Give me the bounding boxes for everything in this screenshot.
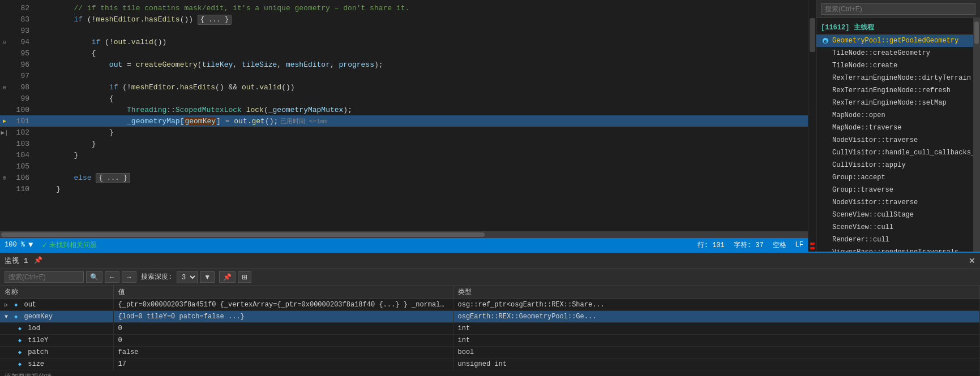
line-content-94: if (!out.valid())	[36, 38, 808, 46]
breakpoint-area-97[interactable]	[0, 71, 9, 80]
call-stack-frame-9[interactable]: CullVisitor::handle_cull_callbacks_and_t…	[816, 146, 973, 159]
expand-icon-out[interactable]: ▷	[5, 302, 8, 308]
frame-icon-7	[821, 123, 830, 132]
call-stack-frame-0[interactable]: G GeometryPool::getPooledGeometry	[816, 34, 973, 47]
watch-row-size[interactable]: ◆ size 17 unsigned int	[0, 358, 980, 370]
watch-row-lod[interactable]: ◆ lod 0 int	[0, 323, 980, 335]
breakpoint-area-102[interactable]: ▶|	[0, 128, 9, 137]
breakpoint-area-105[interactable]	[0, 162, 9, 171]
line-number-82: 82	[9, 4, 36, 12]
call-stack-frame-13[interactable]: NodeVisitor::traverse	[816, 196, 973, 209]
frame-icon-11	[821, 173, 830, 182]
watch-pin-btn[interactable]: 📌	[219, 271, 236, 283]
editor-scrollbar-thumb[interactable]	[810, 18, 815, 52]
breakpoint-area-104[interactable]	[0, 150, 9, 159]
breakpoint-area-100[interactable]	[0, 105, 9, 114]
line-number-100: 100	[9, 106, 36, 114]
horizontal-scrollbar[interactable]	[0, 231, 808, 238]
call-stack-frame-5[interactable]: RexTerrainEngineNode::setMap	[816, 97, 973, 109]
call-stack-frame-11[interactable]: Group::accept	[816, 171, 973, 184]
breakpoint-area-94[interactable]: ⊖	[0, 37, 9, 46]
breakpoint-area-95[interactable]	[0, 49, 9, 58]
watch-row-out[interactable]: ▷ ◆ out {_ptr=0x00000203f8a451f0 {_verte…	[0, 299, 980, 311]
code-line-99: 99 {	[0, 93, 808, 104]
watch-cell-name-size: ◆ size	[0, 358, 113, 370]
call-stack-frame-2[interactable]: TileNode::create	[816, 59, 973, 72]
watch-depth-dropdown-btn[interactable]: ▼	[200, 271, 215, 283]
editor-vertical-scrollbar[interactable]	[808, 0, 816, 252]
call-stack-frame-10[interactable]: CullVisitor::apply	[816, 159, 973, 171]
call-stack-frame-17[interactable]: ViewerBase::renderingTraversals	[816, 246, 973, 252]
breakpoint-area-83[interactable]	[0, 15, 9, 24]
watch-col-value: 值	[113, 286, 453, 299]
call-stack-frame-7[interactable]: MapNode::traverse	[816, 122, 973, 134]
add-watch-label[interactable]: 添加要监视的项	[0, 370, 980, 377]
watch-row-patch[interactable]: ◆ patch false bool	[0, 347, 980, 358]
call-stack-scrollbar-thumb[interactable]	[974, 21, 979, 44]
call-stack-frame-1[interactable]: TileNode::createGeometry	[816, 47, 973, 59]
line-number-103: 103	[9, 140, 36, 148]
watch-back-btn[interactable]: ←	[105, 271, 119, 283]
frame-icon-2	[821, 61, 830, 70]
call-stack-list: [11612] 主线程 G GeometryPool::getPooledGeo…	[816, 18, 973, 252]
breakpoint-area-98[interactable]: ⊖	[0, 83, 9, 92]
frame-icon-15	[821, 223, 830, 232]
line-number-83: 83	[9, 15, 36, 24]
expand-icon-geomkey[interactable]: ▼	[5, 314, 8, 320]
collapsed-106[interactable]: { ... }	[96, 173, 130, 183]
watch-value-size: 17	[113, 358, 453, 370]
frame-icon-6	[821, 111, 830, 120]
h-scrollbar-track[interactable]	[1, 232, 807, 237]
line-content-95: {	[36, 49, 808, 58]
frame-name-12: Group::traverse	[832, 186, 893, 194]
watch-row-geomkey[interactable]: ▼ ◆ geomKey {lod=0 tileY=0 patch=false .…	[0, 311, 980, 323]
watch-depth-select[interactable]: 3 1 2 4 5	[177, 271, 198, 283]
breakpoint-area-93[interactable]	[0, 26, 9, 35]
call-stack-frame-15[interactable]: SceneView::cull	[816, 221, 973, 234]
watch-grid-btn[interactable]: ⊞	[238, 271, 251, 283]
line-number-110: 110	[9, 185, 36, 193]
frame-icon-4	[821, 86, 830, 95]
watch-row-tiley[interactable]: ◆ tileY 0 int	[0, 335, 980, 347]
svg-text:G: G	[824, 39, 827, 44]
line-number-98: 98	[9, 83, 36, 92]
frame-name-15: SceneView::cull	[832, 223, 893, 231]
scroll-marker-1	[810, 243, 815, 245]
line-number-96: 96	[9, 60, 36, 69]
code-editor: 82 // if this tile conatins mask/edit, i…	[0, 0, 808, 252]
breakpoint-area-110[interactable]	[0, 184, 9, 193]
line-content-82: // if this tile conatins mask/edit, it's…	[36, 4, 808, 12]
watch-search-icon-btn[interactable]: 🔍	[86, 271, 102, 283]
frame-name-8: NodeVisitor::traverse	[832, 136, 918, 144]
breakpoint-area-103[interactable]	[0, 139, 9, 148]
call-stack-frame-4[interactable]: RexTerrainEngineNode::refresh	[816, 84, 973, 97]
watch-type-tiley: int	[453, 335, 980, 347]
call-stack-frame-8[interactable]: NodeVisitor::traverse	[816, 134, 973, 146]
call-stack-frame-14[interactable]: SceneView::cullStage	[816, 209, 973, 221]
frame-icon-17	[821, 248, 830, 252]
breakpoint-area-96[interactable]	[0, 60, 9, 69]
watch-add-row[interactable]: 添加要监视的项	[0, 370, 980, 377]
call-stack-vertical-scrollbar[interactable]	[973, 18, 980, 252]
frame-icon-12	[821, 185, 830, 195]
watch-forward-btn[interactable]: →	[122, 271, 136, 283]
breakpoint-area-101[interactable]: ▶	[0, 116, 9, 126]
watch-pin-icon: 📌	[34, 256, 42, 265]
watch-name-lod: lod	[28, 325, 40, 332]
watch-search-input[interactable]	[5, 271, 84, 283]
collapsed-83[interactable]: { ... }	[198, 15, 232, 25]
frame-name-3: RexTerrainEngineNode::dirtyTerrain	[832, 74, 971, 82]
call-stack-frame-12[interactable]: Group::traverse	[816, 184, 973, 196]
breakpoint-area-106[interactable]: ⊕	[0, 173, 9, 182]
h-scrollbar-thumb[interactable]	[1, 232, 485, 237]
frame-name-14: SceneView::cullStage	[832, 211, 914, 219]
breakpoint-area-82[interactable]	[0, 3, 9, 12]
breakpoint-area-99[interactable]	[0, 94, 9, 103]
line-content-83: if (!meshEditor.hasEdits()) { ... }	[36, 15, 808, 24]
call-stack-frame-16[interactable]: Renderer::cull	[816, 234, 973, 246]
call-stack-search-input[interactable]	[821, 3, 975, 15]
right-panel: [11612] 主线程 G GeometryPool::getPooledGeo…	[816, 0, 980, 252]
call-stack-frame-6[interactable]: MapNode::open	[816, 109, 973, 122]
watch-close-button[interactable]: ✕	[969, 256, 975, 265]
call-stack-frame-3[interactable]: RexTerrainEngineNode::dirtyTerrain	[816, 72, 973, 84]
